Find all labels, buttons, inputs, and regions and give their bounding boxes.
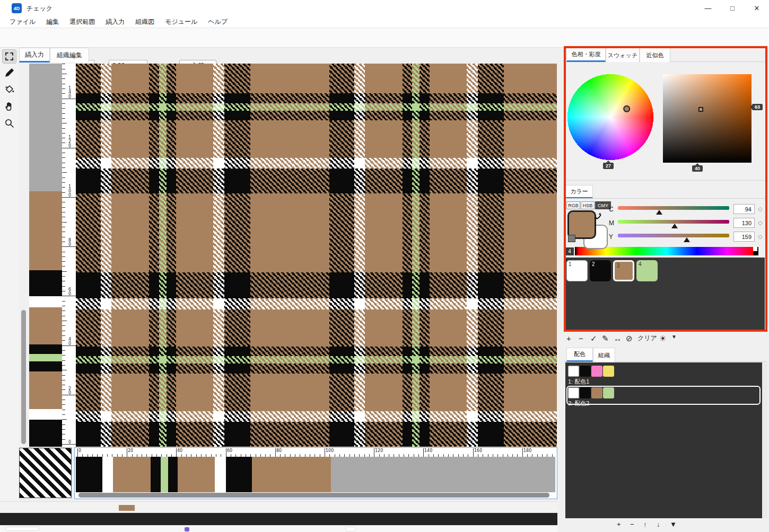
move-up-icon[interactable]: ↑ xyxy=(643,520,647,528)
divider xyxy=(564,198,767,199)
slider-label-C: C xyxy=(609,206,614,213)
slider-value-M[interactable]: 130 xyxy=(733,218,755,228)
remove-icon[interactable]: − xyxy=(630,520,634,528)
add-icon[interactable]: + xyxy=(566,334,571,343)
remove-icon[interactable]: − xyxy=(579,334,583,343)
dropdown-icon[interactable]: ▼ xyxy=(670,520,677,528)
app-window: 4D チェック — □ ✕ ファイル編集選択範囲縞入力組織図モジュールヘルプ 本… xyxy=(0,0,769,532)
color-panel-tab-2[interactable]: 近似色 xyxy=(640,48,670,62)
document-bar: * チェック xyxy=(0,513,609,525)
hue-value-badge: 27 xyxy=(603,163,614,169)
hand-icon xyxy=(4,101,15,114)
scheme-scrollbar[interactable] xyxy=(763,362,767,518)
mode-button-hsb[interactable]: HSB xyxy=(581,201,595,209)
clear-button[interactable]: クリア xyxy=(637,334,657,343)
slider-track-M[interactable] xyxy=(618,220,729,224)
color-panel-tabs: 色相・彩度スウォッチ近似色 xyxy=(566,48,670,62)
scheme-color-swatch xyxy=(580,366,591,377)
horizontal-scrollbar[interactable] xyxy=(78,493,549,498)
horizontal-ruler xyxy=(76,448,555,457)
weave-twill-swatch[interactable] xyxy=(19,448,72,498)
slider-marker-M[interactable] xyxy=(671,224,678,228)
menu-bar: ファイル編集選択範囲縞入力組織図モジュールヘルプ xyxy=(0,16,769,28)
zoom-icon xyxy=(4,118,15,131)
pencil-icon xyxy=(4,67,15,80)
slider-value-Y[interactable]: 159 xyxy=(733,232,755,242)
scheme-item-swatches-0 xyxy=(568,366,615,379)
saturation-brightness-field[interactable] xyxy=(663,74,751,163)
color-panel-tab-1[interactable]: スウォッチ xyxy=(606,48,640,62)
plaid-preview-canvas[interactable] xyxy=(76,64,557,447)
tool-button-fill[interactable] xyxy=(2,83,16,97)
view-tab-0[interactable]: 縞入力 xyxy=(19,48,50,63)
field-cursor[interactable] xyxy=(698,107,703,112)
slider-spinner-M[interactable]: ◇ xyxy=(756,218,764,228)
slider-track-C[interactable] xyxy=(618,206,729,210)
scheme-selected-outline[interactable] xyxy=(566,386,761,405)
taskbar-icon-sliver xyxy=(346,527,355,531)
tool-button-marquee[interactable] xyxy=(2,49,16,64)
mode-button-rgb[interactable]: RGB xyxy=(566,201,580,209)
slider-marker-C[interactable] xyxy=(656,210,662,215)
check-icon[interactable]: ✓ xyxy=(590,334,597,343)
window-title: チェック xyxy=(27,4,53,13)
menu-item-4[interactable]: 組織図 xyxy=(130,16,160,28)
slider-spinner-Y[interactable]: ◇ xyxy=(756,232,764,242)
swap-colors-icon[interactable] xyxy=(592,210,604,221)
slider-track-Y[interactable] xyxy=(618,234,729,237)
tool-button-hand[interactable] xyxy=(2,100,16,114)
scheme-tab-1[interactable]: 組織 xyxy=(593,348,615,362)
maximize-button[interactable]: □ xyxy=(720,0,745,16)
background-window-sliver xyxy=(5,527,39,531)
taskbar-icon-sliver xyxy=(185,527,189,531)
tool-button-pencil[interactable] xyxy=(2,66,16,81)
color-panel-tab-0[interactable]: 色相・彩度 xyxy=(566,48,606,62)
menu-item-3[interactable]: 縞入力 xyxy=(100,16,130,28)
slider-value-C[interactable]: 94 xyxy=(733,204,755,214)
scheme-color-swatch xyxy=(568,366,579,377)
sun-icon[interactable]: ☀ xyxy=(659,334,666,343)
view-tabs: 縞入力組織編集 xyxy=(19,48,89,63)
hue-wheel[interactable] xyxy=(567,74,654,161)
warp-stripe-band[interactable] xyxy=(76,457,555,492)
disable-icon[interactable]: ⊘ xyxy=(626,334,633,343)
view-tab-1[interactable]: 組織編集 xyxy=(50,48,89,63)
main-toolbar: 本数 幅 mm 入替 ▶ xyxy=(0,28,769,48)
vertical-scrollbar[interactable] xyxy=(21,310,26,444)
scheme-tab-0[interactable]: 配色 xyxy=(566,348,593,362)
slider-spinner-C[interactable]: ◇ xyxy=(756,204,764,214)
menu-item-2[interactable]: 選択範囲 xyxy=(64,16,100,28)
marquee-icon xyxy=(5,52,13,60)
minimize-button[interactable]: — xyxy=(696,0,720,16)
menu-item-5[interactable]: モジュール xyxy=(160,16,203,28)
menu-item-6[interactable]: ヘルプ xyxy=(203,16,233,28)
slider-label-M: M xyxy=(609,219,614,227)
menu-item-0[interactable]: ファイル xyxy=(4,16,41,28)
scheme-item-label-0[interactable]: 1: 配色1 xyxy=(568,378,589,386)
tool-button-zoom[interactable] xyxy=(2,117,16,131)
palette-swatch-1[interactable]: 1 xyxy=(566,260,588,281)
palette-swatch-4[interactable]: 4 xyxy=(636,260,658,281)
palette-swatch-2[interactable]: 2 xyxy=(590,260,611,281)
add-icon[interactable]: + xyxy=(617,520,621,528)
app-icon: 4D xyxy=(12,3,22,13)
swap-icon[interactable]: ↔ xyxy=(614,334,622,343)
divider xyxy=(564,180,767,181)
slider-marker-Y[interactable] xyxy=(684,237,690,242)
spectrum-endcap[interactable] xyxy=(753,247,758,255)
spectrum-index-badge: 4 xyxy=(565,247,574,255)
move-down-icon[interactable]: ↓ xyxy=(657,520,660,528)
menu-item-1[interactable]: 編集 xyxy=(41,16,64,28)
palette-swatch-3[interactable]: 3 xyxy=(613,260,634,281)
slider-label-Y: Y xyxy=(609,233,613,241)
title-bar: 4D チェック — □ ✕ xyxy=(0,0,769,16)
dropdown-icon[interactable]: ▼ xyxy=(671,334,677,340)
scheme-color-swatch xyxy=(603,366,614,377)
fill-icon xyxy=(4,84,15,97)
default-colors-swatch[interactable] xyxy=(568,235,575,242)
weft-stripe-strip[interactable] xyxy=(29,64,62,447)
edit-icon[interactable]: ✎ xyxy=(602,334,609,343)
tab-color[interactable]: カラー xyxy=(565,185,593,199)
field-y-badge: 63 xyxy=(752,104,763,110)
close-button[interactable]: ✕ xyxy=(745,0,769,16)
